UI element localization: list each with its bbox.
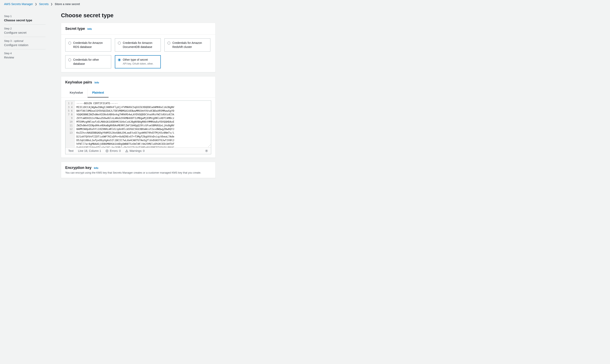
status-warnings-text: Warnings: 0: [129, 149, 145, 153]
step-number: Step 3 - optional: [4, 39, 45, 42]
svg-point-2: [206, 150, 207, 151]
wizard-step-3[interactable]: Step 3 - optional Configure rotation: [4, 37, 45, 49]
step-title: Configure secret: [4, 31, 27, 34]
code-content[interactable]: -----BEGIN CERTIFICATE----- MIICzDCCAjWg…: [75, 101, 176, 147]
key-value-panel: Key/value pairs Info Key/value Plaintext…: [61, 76, 215, 158]
radio-icon: [68, 42, 71, 44]
wizard-step-1[interactable]: Step 1 Choose secret type: [4, 12, 45, 25]
option-sublabel: API key, OAuth token, other.: [123, 62, 153, 65]
info-link[interactable]: Info: [95, 81, 99, 84]
step-number: Step 2: [4, 27, 45, 30]
step-number: Step 4: [4, 52, 45, 55]
kv-heading: Key/value pairs: [65, 80, 92, 84]
tab-plaintext[interactable]: Plaintext: [88, 88, 108, 97]
breadcrumb-current: Store a new secret: [55, 2, 80, 6]
status-errors-text: Errors: 0: [110, 149, 121, 153]
option-label: Other type of secret: [123, 58, 148, 61]
kv-tabs: Key/value Plaintext: [61, 88, 215, 98]
option-other-db[interactable]: Credentials for other database: [65, 55, 111, 68]
step-optional: - optional: [12, 39, 23, 42]
secret-type-panel: Secret type Info Credentials for Amazon …: [61, 23, 215, 72]
option-documentdb[interactable]: Credentials for Amazon DocumentDB databa…: [115, 38, 161, 52]
secret-type-options: Credentials for Amazon RDS database Cred…: [65, 38, 211, 68]
warning-icon: [125, 149, 128, 153]
gear-icon[interactable]: [205, 149, 208, 153]
step-number: Step 1: [4, 15, 45, 18]
line-gutter: 1 2 3 4 5 6 7 8 9 10 11 12 13: [66, 101, 75, 147]
info-link[interactable]: Info: [87, 28, 92, 30]
option-label: Credentials for Amazon Redshift cluster: [172, 41, 207, 49]
error-icon: [106, 149, 109, 153]
radio-icon: [118, 58, 121, 61]
step-title: Choose secret type: [4, 18, 32, 22]
radio-icon: [68, 58, 71, 61]
option-label: Credentials for other database: [73, 58, 108, 66]
wizard-step-2[interactable]: Step 2 Configure secret: [4, 25, 45, 37]
step-num-text: Step 3: [4, 39, 12, 42]
option-label: Credentials for Amazon DocumentDB databa…: [123, 41, 158, 49]
step-title: Review: [4, 56, 14, 59]
breadcrumb-link-root[interactable]: AWS Secrets Manager: [4, 2, 33, 6]
status-position: Line 18, Column 1: [78, 149, 101, 153]
status-warnings: Warnings: 0: [125, 149, 145, 153]
encryption-heading: Encryption key: [65, 166, 91, 170]
resize-handle-icon[interactable]: ⋰: [208, 144, 211, 146]
option-rds[interactable]: Credentials for Amazon RDS database: [65, 38, 111, 52]
wizard-steps-sidebar: Step 1 Choose secret type Step 2 Configu…: [4, 8, 57, 190]
option-other-secret[interactable]: Other type of secret API key, OAuth toke…: [115, 55, 161, 68]
breadcrumb-link-secrets[interactable]: Secrets: [39, 2, 49, 6]
secret-type-heading: Secret type: [65, 26, 85, 31]
breadcrumb: AWS Secrets Manager ❯ Secrets ❯ Store a …: [0, 0, 610, 8]
status-errors: Errors: 0: [106, 149, 121, 153]
radio-icon: [167, 42, 170, 44]
info-link[interactable]: Info: [94, 167, 98, 169]
chevron-right-icon: ❯: [35, 3, 37, 5]
encryption-description: You can encrypt using the KMS key that S…: [65, 171, 211, 174]
option-redshift[interactable]: Credentials for Amazon Redshift cluster: [165, 38, 210, 52]
wizard-step-4[interactable]: Step 4 Review: [4, 49, 45, 62]
encryption-key-panel: Encryption key Info You can encrypt usin…: [61, 162, 215, 178]
plaintext-editor[interactable]: 1 2 3 4 5 6 7 8 9 10 11 12 13 -----BEGIN…: [65, 101, 211, 154]
status-mode: Text: [68, 149, 74, 153]
radio-icon: [118, 42, 121, 44]
option-label: Credentials for Amazon RDS database: [73, 41, 108, 49]
chevron-right-icon: ❯: [51, 3, 53, 5]
page-title: Choose secret type: [61, 12, 215, 19]
step-title: Configure rotation: [4, 43, 28, 47]
editor-status-bar: Text Line 18, Column 1 Errors: 0 Warning…: [66, 147, 211, 154]
tab-keyvalue[interactable]: Key/value: [65, 88, 88, 97]
